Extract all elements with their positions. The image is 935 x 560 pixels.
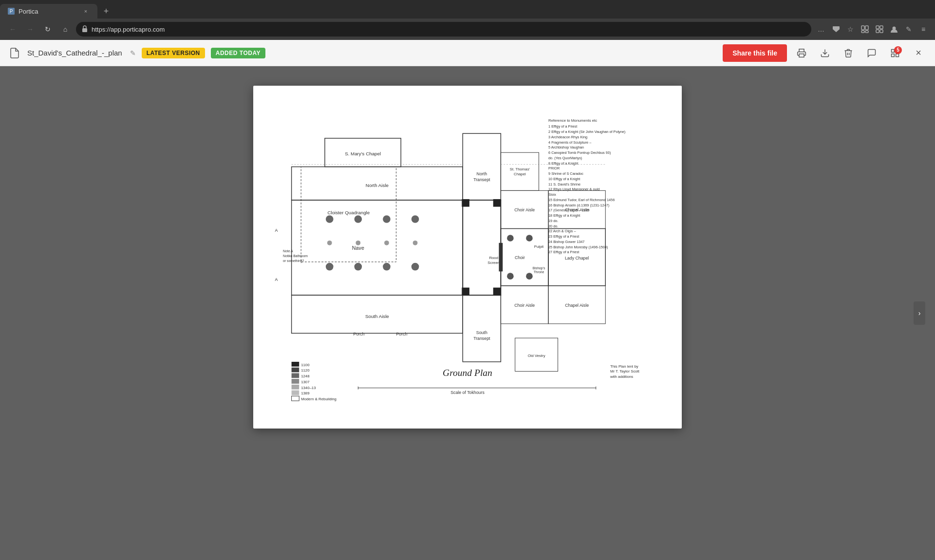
svg-text:North: North [477, 171, 487, 176]
svg-point-70 [526, 273, 533, 280]
print-button[interactable] [793, 44, 810, 62]
svg-rect-18 [292, 200, 463, 295]
svg-text:Transept: Transept [473, 336, 490, 341]
grid-view-icon[interactable] [874, 23, 885, 35]
svg-text:Notiko Bathroom: Notiko Bathroom [283, 254, 308, 258]
edit-filename-icon[interactable]: ✎ [130, 49, 136, 57]
svg-text:19   do.: 19 do. [548, 219, 558, 223]
svg-rect-17 [896, 54, 899, 56]
svg-point-61 [384, 241, 389, 245]
nav-extras: … ☆ [815, 23, 929, 35]
svg-rect-30 [463, 133, 501, 200]
close-button[interactable]: × [910, 44, 927, 62]
svg-rect-79 [292, 368, 299, 373]
svg-rect-78 [292, 362, 299, 367]
tab-title: Portica [19, 8, 78, 15]
comment-button[interactable] [863, 44, 880, 62]
svg-rect-66 [493, 288, 501, 296]
tab-close-button[interactable]: × [82, 7, 90, 15]
floor-plan-image: S. Mary's Chapel Cloister Quadrangle Nor… [263, 95, 672, 419]
svg-point-53 [383, 215, 391, 223]
svg-rect-84 [292, 396, 299, 401]
menu-icon[interactable]: ≡ [917, 23, 929, 35]
panel-toggle-button[interactable]: › [914, 301, 925, 325]
svg-rect-2 [82, 28, 87, 32]
svg-text:18 Effigy of a Knight: 18 Effigy of a Knight [548, 213, 580, 218]
url-text: https://app.porticapro.com [92, 26, 805, 33]
pocket-icon[interactable] [830, 23, 842, 35]
svg-point-51 [326, 215, 334, 223]
back-button[interactable]: ← [6, 22, 19, 36]
nav-bar: ← → ↻ ⌂ https://app.porticapro.com … ☆ [0, 19, 935, 40]
delete-button[interactable] [840, 44, 857, 62]
svg-text:St. Thomas': St. Thomas' [510, 167, 530, 171]
svg-text:South Aisle: South Aisle [365, 314, 389, 319]
svg-rect-64 [493, 199, 501, 207]
browser-chrome: P Portica × + ← → ↻ ⌂ https://app.portic… [0, 0, 935, 40]
app-toolbar: St_David's_Cathedral_-_plan ✎ LATEST VER… [0, 40, 935, 66]
svg-text:Choir Aisle: Choir Aisle [514, 303, 535, 308]
svg-rect-8 [880, 26, 883, 29]
svg-rect-71 [499, 243, 503, 272]
svg-rect-12 [799, 54, 804, 57]
svg-rect-7 [876, 26, 879, 29]
history-icon[interactable] [859, 23, 871, 35]
download-button[interactable] [816, 44, 834, 62]
forward-button[interactable]: → [23, 22, 37, 36]
grid-button[interactable]: 5 [886, 44, 904, 62]
svg-rect-63 [462, 199, 469, 207]
svg-text:Rood: Rood [489, 256, 498, 260]
svg-rect-28 [463, 200, 501, 295]
svg-point-68 [526, 235, 533, 242]
browser-tab-portica[interactable]: P Portica × [0, 4, 97, 19]
svg-text:24 Bishop Gower 1347: 24 Bishop Gower 1347 [548, 240, 584, 244]
more-icon[interactable]: … [815, 23, 827, 35]
svg-text:15 Edmund Tudor, Earl of Richm: 15 Edmund Tudor, Earl of Richmond 1456 [548, 198, 615, 202]
pencil-icon[interactable]: ✎ [903, 23, 915, 35]
notification-count: 5 [894, 46, 902, 54]
svg-text:2  Effigy of a Knight (Sir Joh: 2 Effigy of a Knight (Sir John Vaughan o… [548, 130, 625, 134]
svg-rect-81 [292, 379, 299, 384]
svg-text:Note A: Note A [283, 249, 293, 253]
star-icon[interactable]: ☆ [844, 23, 856, 35]
svg-text:PRIOR: PRIOR [548, 166, 560, 170]
svg-rect-5 [861, 31, 864, 33]
latest-version-badge: LATEST VERSION [142, 48, 205, 58]
svg-rect-9 [876, 30, 879, 33]
svg-text:with additions: with additions [610, 374, 633, 379]
tab-bar: P Portica × + [0, 0, 935, 19]
svg-point-52 [355, 215, 362, 223]
svg-text:22 Arch & Olgis –: 22 Arch & Olgis – [548, 229, 576, 233]
svg-text:1389: 1389 [301, 391, 309, 395]
url-bar[interactable]: https://app.porticapro.com [76, 22, 811, 37]
svg-text:Old Vestry: Old Vestry [528, 354, 545, 358]
svg-point-60 [355, 241, 360, 245]
svg-text:8  Effigy of a Knight: 8 Effigy of a Knight [548, 161, 578, 166]
sync-icon[interactable] [888, 23, 900, 35]
svg-text:Lady Chapel: Lady Chapel [565, 256, 589, 261]
main-content: S. Mary's Chapel Cloister Quadrangle Nor… [0, 66, 935, 560]
reload-button[interactable]: ↻ [41, 22, 55, 36]
share-file-button[interactable]: Share this file [723, 44, 787, 62]
svg-text:4  Fragments of Sculpture –: 4 Fragments of Sculpture – [548, 140, 592, 145]
svg-text:1307: 1307 [301, 380, 309, 384]
svg-point-67 [507, 235, 514, 242]
new-tab-button[interactable]: + [99, 4, 113, 18]
svg-text:Reference to Monuments etc: Reference to Monuments etc [548, 118, 597, 123]
svg-text:This Plan lent by: This Plan lent by [610, 364, 638, 369]
svg-text:Scale of Tokhours: Scale of Tokhours [450, 390, 485, 395]
svg-text:20   do.: 20 do. [548, 224, 558, 228]
svg-text:South: South [476, 330, 487, 335]
svg-text:25 Bishop John Moresby (1496-1: 25 Bishop John Moresby (1496-1504) [548, 245, 608, 249]
svg-text:1340–13: 1340–13 [301, 386, 316, 390]
svg-text:3  Archdeacon Rhys King: 3 Archdeacon Rhys King [548, 135, 587, 139]
svg-text:Porch: Porch [396, 332, 407, 336]
svg-text:or something?: or something? [283, 259, 304, 263]
home-button[interactable]: ⌂ [58, 22, 72, 36]
svg-text:1100: 1100 [301, 363, 310, 367]
svg-text:10 Effigy of a Knight: 10 Effigy of a Knight [548, 177, 580, 181]
svg-point-62 [413, 241, 418, 245]
svg-text:27 Effigy of a Priest: 27 Effigy of a Priest [548, 250, 579, 254]
svg-text:Pulpit: Pulpit [534, 244, 544, 249]
svg-text:A: A [275, 277, 278, 282]
